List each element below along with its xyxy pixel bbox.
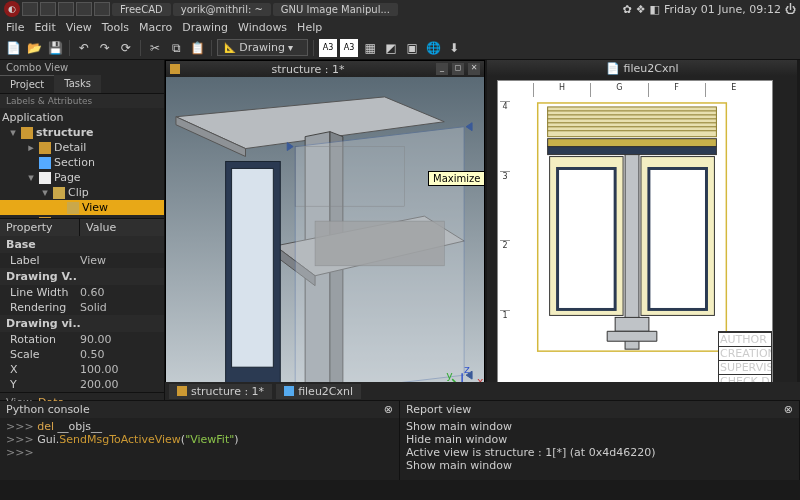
prop-row[interactable]: Y200.00 [0, 377, 164, 392]
3d-window-title: structure : 1* [184, 63, 432, 76]
doc-tab-drawing[interactable]: fileu2Cxnl [276, 384, 361, 399]
doc-tab-structure[interactable]: structure : 1* [169, 384, 272, 399]
power-icon[interactable]: ⏻ [785, 3, 796, 16]
menu-drawing[interactable]: Drawing [182, 21, 228, 34]
3d-viewport[interactable]: x y z Maximize [166, 77, 484, 399]
report-view-body[interactable]: Show main window Hide main window Active… [400, 418, 799, 480]
python-console-body[interactable]: >>> del __objs__ >>> Gui.SendMsgToActive… [0, 418, 399, 480]
clip-icon [53, 187, 65, 199]
browser-icon[interactable]: 🌐 [424, 39, 442, 57]
combo-view-panel: Combo View Project Tasks Labels & Attrib… [0, 60, 165, 400]
property-header: PropertyValue [0, 218, 164, 236]
page-icon [39, 172, 51, 184]
close-icon[interactable]: ✕ [468, 63, 480, 75]
undo-icon[interactable]: ↶ [75, 39, 93, 57]
doc-icon [170, 64, 180, 74]
clock[interactable]: Friday 01 June, 09:12 [664, 3, 781, 16]
prop-row[interactable]: RenderingSolid [0, 300, 164, 315]
task-gimp[interactable]: GNU Image Manipul... [273, 3, 398, 16]
insert-view-icon[interactable]: ▦ [361, 39, 379, 57]
tree-page[interactable]: ▾Page [0, 170, 164, 185]
prop-row[interactable]: Line Width0.60 [0, 285, 164, 300]
tree-doc[interactable]: ▾structure [0, 125, 164, 140]
tray-icon[interactable]: ✿ [623, 3, 632, 16]
menu-help[interactable]: Help [297, 21, 322, 34]
cube-icon [21, 127, 33, 139]
titleblock: AUTHOR N CREATION SUPERVIS CHECK DA [718, 331, 772, 389]
refresh-icon[interactable]: ⟳ [117, 39, 135, 57]
drawing-titlebar[interactable]: 📄fileu2Cxnl [487, 60, 797, 76]
launcher-icon[interactable]: ◐ [4, 1, 20, 17]
prop-group[interactable]: Drawing vi.. [0, 315, 164, 332]
task-freecad[interactable]: FreeCAD [112, 3, 171, 16]
menu-file[interactable]: File [6, 21, 24, 34]
copy-icon[interactable]: ⧉ [167, 39, 185, 57]
main-toolbar: 📄 📂 💾 ↶ ↷ ⟳ ✂ ⧉ 📋 📐 Drawing ▾ A3 A3 ▦ ◩ … [0, 36, 800, 60]
redo-icon[interactable]: ↷ [96, 39, 114, 57]
new-icon[interactable]: 📄 [4, 39, 22, 57]
svg-rect-29 [558, 168, 616, 309]
prop-row[interactable]: Rotation90.00 [0, 332, 164, 347]
tree-app[interactable]: Application [0, 110, 164, 125]
labels-header: Labels & Attributes [0, 94, 164, 108]
maximize-icon[interactable]: ◻ [452, 63, 464, 75]
menu-tools[interactable]: Tools [102, 21, 129, 34]
os-taskbar: ◐ FreeCAD yorik@mithril: ~ GNU Image Man… [0, 0, 800, 18]
system-tray: ✿ ❖ ◧ Friday 01 June, 09:12 ⏻ [623, 3, 796, 16]
tab-tasks[interactable]: Tasks [54, 75, 101, 93]
combo-view-title: Combo View [0, 60, 164, 75]
3d-window-titlebar[interactable]: structure : 1* _ ◻ ✕ [166, 61, 484, 77]
prop-row[interactable]: Scale0.50 [0, 347, 164, 362]
prop-group[interactable]: Drawing V.. [0, 268, 164, 285]
tree-section[interactable]: Section [0, 155, 164, 170]
svg-rect-31 [649, 168, 707, 309]
drawing-window: 📄fileu2Cxnl HGFE 1234 [487, 60, 797, 398]
menu-view[interactable]: View [66, 21, 92, 34]
tray-icon[interactable]: ❖ [636, 3, 646, 16]
tree-detail[interactable]: ▸Detail [0, 140, 164, 155]
app-btn[interactable] [76, 2, 92, 16]
tray-icon[interactable]: ◧ [650, 3, 660, 16]
app-btn[interactable] [40, 2, 56, 16]
annotation-icon[interactable]: ◩ [382, 39, 400, 57]
svg-rect-9 [232, 168, 274, 367]
doc-icon [177, 386, 187, 396]
menu-macro[interactable]: Macro [139, 21, 172, 34]
python-console-title: Python console [6, 403, 90, 416]
cut-icon[interactable]: ✂ [146, 39, 164, 57]
page-new-icon[interactable]: A3 [340, 39, 358, 57]
svg-marker-10 [295, 127, 464, 395]
maximize-tooltip: Maximize [428, 171, 485, 186]
svg-text:z: z [464, 363, 470, 376]
menu-bar: File Edit View Tools Macro Drawing Windo… [0, 18, 800, 36]
prop-row[interactable]: X100.00 [0, 362, 164, 377]
minimize-icon[interactable]: _ [436, 63, 448, 75]
workbench-selector[interactable]: 📐 Drawing ▾ [217, 39, 308, 56]
property-panel: Base LabelView Drawing V.. Line Width0.6… [0, 236, 164, 392]
menu-windows[interactable]: Windows [238, 21, 287, 34]
paste-icon[interactable]: 📋 [188, 39, 206, 57]
app-btn[interactable] [58, 2, 74, 16]
open-icon[interactable]: 📂 [25, 39, 43, 57]
tree-view-selected[interactable]: View [0, 200, 164, 215]
clip-icon[interactable]: ▣ [403, 39, 421, 57]
prop-row[interactable]: LabelView [0, 253, 164, 268]
export-icon[interactable]: ⬇ [445, 39, 463, 57]
document-tabs: structure : 1* fileu2Cxnl [165, 382, 800, 400]
ruler-horizontal: HGFE [533, 83, 762, 97]
panel-close-icon[interactable]: ⊗ [384, 403, 393, 416]
page-a3-icon[interactable]: A3 [319, 39, 337, 57]
view-icon [67, 202, 79, 214]
app-btn[interactable] [94, 2, 110, 16]
tree-clip[interactable]: ▾Clip [0, 185, 164, 200]
save-icon[interactable]: 💾 [46, 39, 64, 57]
model-tree: Application ▾structure ▸Detail Section ▾… [0, 108, 164, 218]
svg-rect-25 [548, 139, 717, 147]
panel-close-icon[interactable]: ⊗ [784, 403, 793, 416]
app-btn[interactable] [22, 2, 38, 16]
prop-group[interactable]: Base [0, 236, 164, 253]
drawing-sheet[interactable]: HGFE 1234 [497, 80, 773, 390]
tab-project[interactable]: Project [0, 75, 54, 93]
task-terminal[interactable]: yorik@mithril: ~ [173, 3, 271, 16]
menu-edit[interactable]: Edit [34, 21, 55, 34]
